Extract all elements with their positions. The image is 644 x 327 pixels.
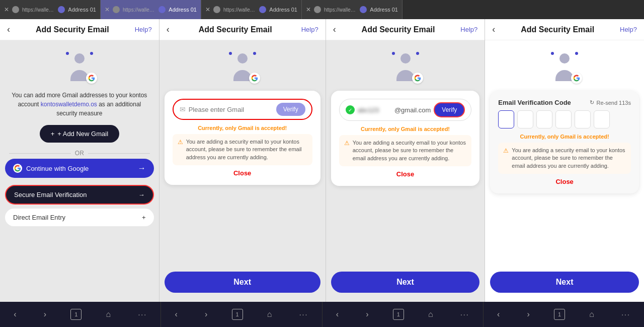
nav-more-3[interactable]: ··· xyxy=(457,307,472,321)
nav-forward-1[interactable]: › xyxy=(41,307,49,322)
nav-tab-count-1[interactable]: 1 xyxy=(70,309,82,320)
panel-3-avatar xyxy=(388,49,423,85)
nav-tab-count-3[interactable]: 1 xyxy=(393,309,404,320)
verify-btn-2[interactable]: Verify xyxy=(276,103,305,116)
tab-close-3[interactable]: ✕ xyxy=(205,6,210,13)
panel-3-back-btn[interactable]: ‹ xyxy=(333,24,336,35)
close-btn-4[interactable]: Close xyxy=(498,178,631,185)
tab-close-4[interactable]: ✕ xyxy=(306,6,311,13)
p3-avatar-body xyxy=(396,70,415,81)
panel-2: ‹ Add Security Email Help? xyxy=(159,19,326,302)
code-title: Email Verification Code xyxy=(498,99,571,106)
bottom-nav-2: ‹ › 1 ⌂ ··· xyxy=(161,302,322,327)
panel-4-help-btn[interactable]: Help? xyxy=(620,26,637,33)
gmail-warning-2: Currently, only Gmail is accepted! xyxy=(173,125,312,131)
next-btn-3[interactable]: Next xyxy=(331,272,480,293)
gmail-warning-4: Currently, only Gmail is accepted! xyxy=(498,134,631,140)
code-input-3[interactable] xyxy=(536,110,552,128)
nav-more-2[interactable]: ··· xyxy=(296,307,311,321)
nav-back-3[interactable]: ‹ xyxy=(333,307,342,322)
divider-or-1: OR xyxy=(5,148,154,159)
nav-back-1[interactable]: ‹ xyxy=(11,307,19,322)
or-label: OR xyxy=(75,150,84,157)
panel-1: ‹ Add Security Email Help? xyxy=(0,19,159,302)
tab-label-4: Address 01 xyxy=(370,7,398,13)
tab-4[interactable]: ✕ https://wallet.kontos.io/home Address … xyxy=(302,0,403,19)
panel-4-back-btn[interactable]: ‹ xyxy=(492,24,495,35)
resend-btn[interactable]: ↻ Re-send 113s xyxy=(590,99,631,106)
nav-forward-4[interactable]: › xyxy=(524,307,532,322)
panel-2-help-btn[interactable]: Help? xyxy=(301,26,318,33)
nav-more-4[interactable]: ··· xyxy=(618,307,633,321)
tab-icon-2 xyxy=(113,6,120,13)
warning-text-3: You are adding a security email to your … xyxy=(353,139,467,162)
panel-1-description: You can add more Gmail addresses to your… xyxy=(5,89,154,120)
tab-close-2[interactable]: ✕ xyxy=(105,6,110,13)
gmail-input[interactable] xyxy=(189,106,273,113)
warning-text-4: You are adding a security email to your … xyxy=(512,147,626,170)
nav-forward-3[interactable]: › xyxy=(363,307,371,322)
google-btn-arrow: → xyxy=(138,164,146,173)
direct-email-entry-btn[interactable]: Direct Email Entry + xyxy=(5,209,154,226)
panel-4-footer: Next xyxy=(485,264,644,302)
bottom-nav-1: ‹ › 1 ⌂ ··· xyxy=(0,302,161,327)
email-input-container: ✉ Verify xyxy=(173,99,312,120)
code-input-6[interactable] xyxy=(594,110,610,128)
code-input-1[interactable] xyxy=(498,110,514,128)
tab-3[interactable]: ✕ https://wallet.kontos.io/home Address … xyxy=(201,0,302,19)
nav-home-4[interactable]: ⌂ xyxy=(586,307,597,322)
tab-close-1[interactable]: ✕ xyxy=(4,6,9,13)
avatar-head xyxy=(74,53,85,63)
add-new-gmail-btn[interactable]: + + Add New Gmail xyxy=(40,125,119,143)
nav-home-2[interactable]: ⌂ xyxy=(264,307,275,322)
next-btn-4[interactable]: Next xyxy=(490,272,639,293)
warning-text-2: You are adding a security email to your … xyxy=(186,138,307,161)
tab-group: ✕ https://wallet.kontos.io/home Address … xyxy=(0,0,644,19)
nav-tab-count-2[interactable]: 1 xyxy=(232,309,243,320)
tab-url-4: https://wallet.kontos.io/home xyxy=(324,7,357,13)
code-input-5[interactable] xyxy=(575,110,591,128)
panel-3-header: ‹ Add Security Email Help? xyxy=(326,19,485,40)
nav-back-2[interactable]: ‹ xyxy=(172,307,180,322)
tab-1[interactable]: ✕ https://wallet.kontos.io/home Address … xyxy=(0,0,101,19)
code-input-4[interactable] xyxy=(555,110,572,128)
continue-with-google-btn[interactable]: Continue with Google → xyxy=(5,159,154,178)
code-input-2[interactable] xyxy=(517,110,533,128)
code-inputs-container xyxy=(498,110,631,128)
nav-more-1[interactable]: ··· xyxy=(135,307,150,321)
panel-3-title: Add Security Email xyxy=(362,25,435,34)
tab-url-3: https://wallet.kontos.io/home xyxy=(223,7,256,13)
browser-bar: ✕ https://wallet.kontos.io/home Address … xyxy=(0,0,644,19)
nav-home-3[interactable]: ⌂ xyxy=(425,307,436,322)
nav-tab-count-4[interactable]: 1 xyxy=(554,309,565,320)
secure-email-verification-btn[interactable]: Secure Email Verification → xyxy=(5,185,154,205)
verify-btn-3[interactable]: Verify xyxy=(434,102,465,117)
tab-icon-3 xyxy=(213,6,220,13)
next-btn-2[interactable]: Next xyxy=(165,272,320,293)
kontos-link[interactable]: kontoswalletdemo.os xyxy=(41,101,97,108)
panel-3-body: ✓ abc123 @gmail.com Verify Currently, on… xyxy=(326,40,485,264)
nav-home-1[interactable]: ⌂ xyxy=(103,307,114,322)
close-btn-2[interactable]: Close xyxy=(173,169,312,177)
panel-1-avatar xyxy=(62,49,97,85)
close-btn-3[interactable]: Close xyxy=(339,170,472,178)
tab-url-2: https://wallet.kontos.io/home xyxy=(123,7,155,13)
tab-label-2: Address 01 xyxy=(169,7,197,13)
panel-2-back-btn[interactable]: ‹ xyxy=(167,24,170,35)
panel-3-help-btn[interactable]: Help? xyxy=(460,26,477,33)
panel-1-help-btn[interactable]: Help? xyxy=(135,26,152,33)
panel-2-header: ‹ Add Security Email Help? xyxy=(159,19,326,40)
resend-label: Re-send 113s xyxy=(596,100,631,106)
email-input-icon: ✉ xyxy=(180,105,186,113)
warning-box-4: ⚠ You are adding a security email to you… xyxy=(498,143,631,174)
nav-forward-2[interactable]: › xyxy=(202,307,210,322)
verified-email-container: ✓ abc123 @gmail.com Verify xyxy=(339,99,472,121)
p3-google-badge xyxy=(412,73,423,84)
direct-btn-label: Direct Email Entry xyxy=(13,214,65,221)
panel-1-back-btn[interactable]: ‹ xyxy=(7,24,10,35)
tab-label-1: Address 01 xyxy=(68,7,96,13)
nav-back-4[interactable]: ‹ xyxy=(494,307,503,322)
add-gmail-label: + Add New Gmail xyxy=(57,130,108,138)
resend-icon: ↻ xyxy=(590,99,594,106)
tab-2[interactable]: ✕ https://wallet.kontos.io/home Address … xyxy=(101,0,201,19)
